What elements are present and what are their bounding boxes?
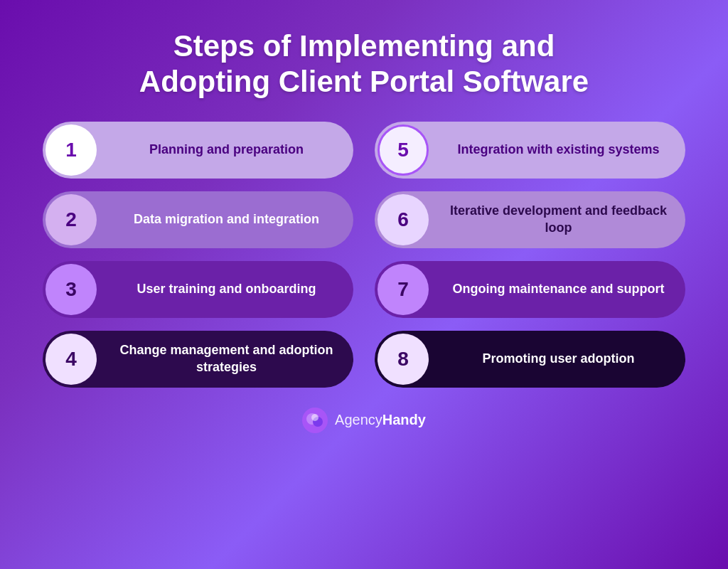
step-number-5: 5 bbox=[378, 124, 429, 176]
step-item-1: 1Planning and preparation bbox=[43, 122, 353, 179]
step-item-5: 5Integration with existing systems bbox=[375, 122, 685, 179]
step-item-3: 3User training and onboarding bbox=[43, 261, 353, 318]
footer-brand: AgencyHandy bbox=[335, 412, 426, 428]
footer: AgencyHandy bbox=[302, 408, 426, 433]
step-number-6: 6 bbox=[378, 194, 429, 245]
step-number-1: 1 bbox=[46, 124, 97, 176]
step-number-3: 3 bbox=[46, 264, 97, 315]
step-item-7: 7Ongoing maintenance and support bbox=[375, 261, 685, 318]
step-label-3: User training and onboarding bbox=[100, 274, 353, 304]
step-item-2: 2Data migration and integration bbox=[43, 191, 353, 248]
step-item-4: 4Change management and adoption strategi… bbox=[43, 331, 353, 388]
step-number-4: 4 bbox=[46, 334, 97, 385]
svg-point-3 bbox=[311, 414, 318, 421]
step-label-6: Iterative development and feedback loop bbox=[432, 196, 685, 243]
step-label-2: Data migration and integration bbox=[100, 204, 353, 235]
step-label-7: Ongoing maintenance and support bbox=[432, 274, 685, 304]
title-section: Steps of Implementing and Adopting Clien… bbox=[82, 0, 646, 122]
step-label-4: Change management and adoption strategie… bbox=[100, 335, 353, 383]
step-number-8: 8 bbox=[378, 334, 429, 385]
steps-grid: 1Planning and preparation5Integration wi… bbox=[0, 122, 728, 388]
step-label-5: Integration with existing systems bbox=[432, 134, 685, 165]
step-number-7: 7 bbox=[378, 264, 429, 315]
agency-handy-logo-icon bbox=[302, 408, 328, 433]
step-number-2: 2 bbox=[46, 194, 97, 245]
step-item-6: 6Iterative development and feedback loop bbox=[375, 191, 685, 248]
page-title: Steps of Implementing and Adopting Clien… bbox=[139, 28, 589, 100]
step-item-8: 8Promoting user adoption bbox=[375, 331, 685, 388]
step-label-8: Promoting user adoption bbox=[432, 344, 685, 374]
step-label-1: Planning and preparation bbox=[100, 134, 353, 165]
